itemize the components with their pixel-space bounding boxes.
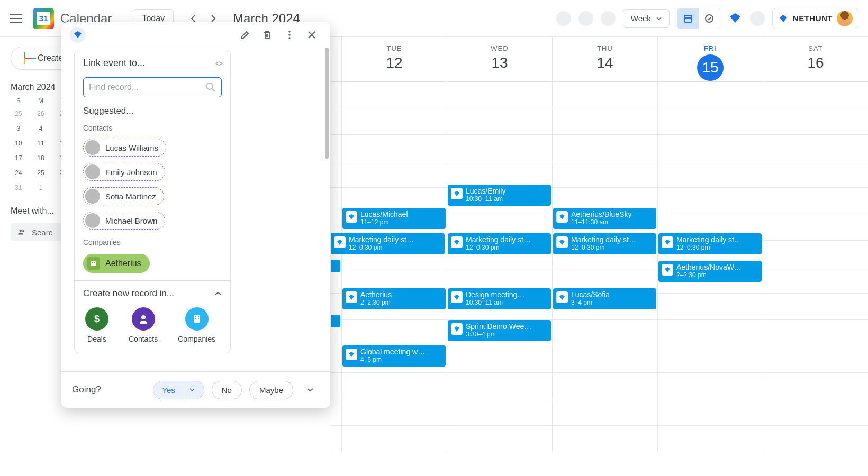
svg-rect-0 [684,15,692,22]
user-avatar[interactable] [837,11,853,26]
nethunt-logo-icon [778,13,789,24]
view-selector[interactable]: Week [623,9,670,28]
code-icon[interactable]: <> [215,59,222,68]
header-action-2[interactable] [578,11,593,26]
close-popover-button[interactable] [302,25,322,45]
svg-rect-11 [92,262,93,263]
svg-rect-19 [198,318,199,319]
calendar-event[interactable]: Aetherius/NovaW…2–2:30 pm [658,261,762,282]
rsvp-yes-button[interactable]: Yes [153,381,183,399]
create-deals-button[interactable]: $Deals [85,307,108,343]
edit-event-button[interactable] [235,25,255,45]
contacts-section-label: Contacts [75,118,230,135]
create-record-label: Create new record in... [83,288,174,299]
contact-chip[interactable]: Michael Brown [83,212,165,230]
svg-point-6 [288,34,291,36]
company-chip[interactable]: Aetherius [83,254,150,273]
suggested-label: Suggested... [75,104,230,118]
create-contacts-button[interactable]: Contacts [129,307,158,343]
delete-event-button[interactable] [257,25,277,45]
calendar-event[interactable]: Sprint Demo Wee…3:30–4 pm [448,320,551,341]
plus-icon [19,52,30,64]
calendar-event[interactable]: Aetherius2–2:30 pm [342,288,446,309]
calendar-event[interactable]: Marketing daily st…12–0:30 pm [331,233,445,254]
calendar-event[interactable]: Design meeting…10:30–11 am [448,288,551,309]
day-header[interactable]: TUE12 [341,37,447,81]
going-question: Going? [72,385,101,395]
calendar-event[interactable]: Marketing daily st…12–0:30 pm [553,233,656,254]
svg-point-8 [206,83,213,89]
header-action-3[interactable] [601,11,616,26]
event-detail-popover: Link event to... <> Suggested... Contact… [61,22,330,408]
search-icon [205,82,216,93]
find-record-input[interactable] [83,77,222,97]
svg-text:$: $ [94,314,100,324]
calendar-event[interactable]: Marketing daily st…12–0:30 pm [658,233,762,254]
header-action-1[interactable] [556,11,571,26]
day-header[interactable]: FRI15 [657,37,763,81]
rsvp-maybe-button[interactable]: Maybe [249,381,293,399]
svg-rect-16 [195,316,196,317]
nethunt-icon[interactable] [728,11,743,26]
search-people-input[interactable]: Searc [11,223,64,241]
svg-point-7 [288,37,291,39]
rsvp-more-button[interactable] [301,380,320,399]
svg-rect-17 [198,316,199,317]
popover-scrollbar[interactable] [325,48,329,415]
day-header[interactable]: SAT16 [763,37,868,81]
contact-chip[interactable]: Sofia Martinez [83,187,164,205]
calendar-view-button[interactable] [677,8,699,29]
calendar-event-partial[interactable] [331,315,340,327]
view-toggle [677,8,720,29]
day-header[interactable]: THU14 [552,37,657,81]
svg-rect-12 [94,262,95,263]
svg-point-4 [22,230,24,232]
link-event-panel: Link event to... <> Suggested... Contact… [74,50,231,353]
time-gutter-header [331,37,341,81]
calendar-event[interactable]: Global meeting w…4–5 pm [342,345,446,367]
link-panel-title: Link event to... [83,58,145,69]
hamburger-menu-icon[interactable] [10,12,22,25]
nethunt-badge[interactable]: NETHUNT [772,8,858,29]
tasks-view-button[interactable] [699,8,720,29]
calendar-event-partial[interactable] [331,260,340,272]
rsvp-yes-dropdown[interactable] [184,381,204,399]
more-options-button[interactable] [279,25,300,45]
create-companies-button[interactable]: Companies [178,307,215,343]
calendar-logo: 31 [33,8,54,29]
calendar-event[interactable]: Aetherius/BlueSky11–11:30 am [553,208,656,229]
calendar-event[interactable]: Lucas/Emily10:30–11 am [448,185,551,206]
calendar-event[interactable]: Marketing daily st…12–0:30 pm [448,233,551,254]
svg-point-5 [288,31,291,33]
calendar-event[interactable]: Lucas/Sofia3–4 pm [553,288,656,309]
svg-rect-15 [194,315,200,323]
nethunt-popover-icon[interactable] [70,27,86,43]
svg-point-14 [141,315,146,319]
chevron-up-icon[interactable] [214,291,222,296]
day-header[interactable]: WED13 [447,37,552,81]
svg-rect-10 [91,261,96,266]
svg-rect-18 [195,318,196,319]
svg-line-9 [212,89,215,91]
companies-section-label: Companies [75,233,230,250]
rsvp-no-button[interactable]: No [212,381,242,399]
calendar-event[interactable]: Lucas/Michael11–12 pm [342,208,446,229]
contact-chip[interactable]: Lucas Williams [83,139,166,157]
header-action-4[interactable] [750,11,765,26]
contact-chip[interactable]: Emily Johnson [83,163,165,181]
svg-point-3 [20,230,22,232]
people-icon [17,227,26,237]
